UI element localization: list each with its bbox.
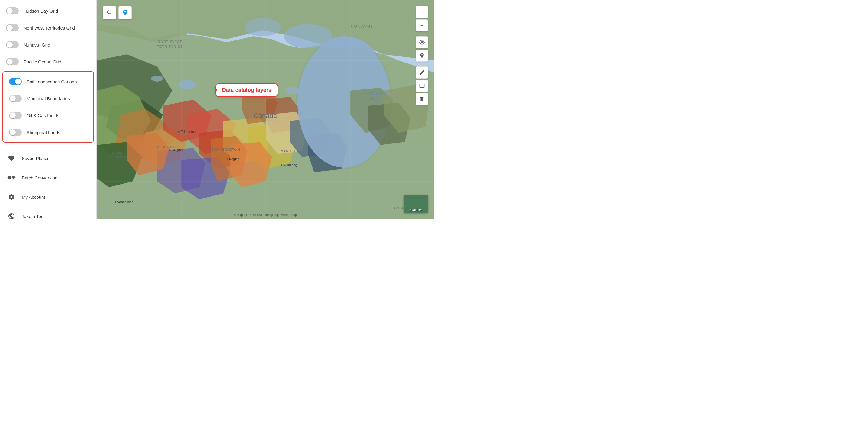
toggle-hudson-bay-grid[interactable]	[6, 7, 19, 14]
toggle-nunavut-grid[interactable]	[6, 41, 19, 48]
waypoint-button[interactable]	[118, 6, 132, 19]
map-attribution: © Mapbox © OpenStreetMap Improve this ma…	[234, 213, 297, 217]
label-nunavut-grid: Nunavut Grid	[24, 42, 50, 48]
globe-icon	[6, 211, 17, 219]
zoom-in-button[interactable]: +	[416, 6, 428, 18]
toggle-knob	[7, 25, 13, 31]
satellite-thumbnail[interactable]: Satellite	[404, 195, 428, 213]
gear-icon	[6, 191, 17, 202]
spacer	[416, 33, 428, 35]
locate-button[interactable]	[416, 36, 428, 48]
sidebar-item-my-account[interactable]: My Account	[0, 187, 96, 207]
svg-point-34	[285, 87, 301, 94]
sidebar: Hudson Bay Grid Northwest Territories Gr…	[0, 0, 97, 219]
toggle-knob	[7, 59, 13, 65]
sidebar-item-oil-gas-fields[interactable]: Oil & Gas Fields	[3, 107, 93, 124]
satellite-inner: Satellite	[404, 195, 428, 213]
toggle-municipal-boundaries[interactable]	[9, 95, 22, 102]
sidebar-item-aboriginal-lands[interactable]: Aboriginal Lands	[3, 124, 93, 141]
grid-items-section: Hudson Bay Grid Northwest Territories Gr…	[0, 2, 96, 70]
toggle-knob	[7, 8, 13, 14]
sidebar-item-municipal-boundaries[interactable]: Municipal Boundaries	[3, 90, 93, 107]
label-batch-conversion: Batch Conversion	[22, 175, 57, 180]
map-right-controls: + −	[416, 6, 428, 105]
sidebar-item-northwest-territories-grid[interactable]: Northwest Territories Grid	[0, 19, 96, 36]
label-pacific-ocean-grid: Pacific Ocean Grid	[24, 59, 61, 64]
label-my-account: My Account	[22, 194, 45, 200]
satellite-label: Satellite	[410, 208, 422, 212]
toggle-soil-landscapes-canada[interactable]	[9, 78, 22, 85]
svg-point-35	[151, 75, 163, 82]
label-saved-places: Saved Places	[22, 156, 50, 161]
spacer2	[416, 63, 428, 65]
data-catalog-annotation: Data catalog layers	[191, 83, 278, 97]
toggle-pacific-ocean-grid[interactable]	[6, 58, 19, 65]
sidebar-item-saved-places[interactable]: Saved Places	[0, 149, 96, 168]
delete-button[interactable]	[416, 93, 428, 105]
sidebar-item-take-a-tour[interactable]: Take a Tour	[0, 207, 96, 219]
label-aboriginal-lands: Aboriginal Lands	[27, 130, 60, 135]
toggle-knob	[10, 129, 16, 135]
rectangle-button[interactable]	[416, 80, 428, 92]
label-municipal-boundaries: Municipal Boundaries	[27, 96, 70, 101]
draw-button[interactable]	[416, 66, 428, 79]
label-northwest-territories-grid: Northwest Territories Grid	[24, 25, 75, 31]
sidebar-item-pacific-ocean-grid[interactable]: Pacific Ocean Grid	[0, 53, 96, 70]
label-take-a-tour: Take a Tour	[22, 214, 45, 219]
toggle-knob	[10, 113, 16, 118]
toggle-knob	[15, 79, 21, 85]
label-soil-landscapes-canada: Soil Landscapes Canada	[27, 79, 77, 84]
label-oil-gas-fields: Oil & Gas Fields	[27, 113, 59, 118]
infinity-icon	[6, 172, 17, 183]
sidebar-item-soil-landscapes-canada[interactable]: Soil Landscapes Canada	[3, 73, 93, 90]
svg-point-31	[284, 24, 332, 48]
toggle-aboriginal-lands[interactable]	[9, 129, 22, 136]
svg-rect-42	[420, 84, 424, 88]
annotation-arrow	[191, 90, 215, 90]
sidebar-item-batch-conversion[interactable]: Batch Conversion	[0, 168, 96, 187]
svg-point-32	[245, 18, 281, 36]
toggle-knob	[10, 95, 16, 101]
map-top-controls	[103, 6, 132, 19]
pin-button[interactable]	[416, 50, 428, 62]
heart-icon	[6, 153, 17, 164]
toggle-northwest-territories-grid[interactable]	[6, 24, 19, 31]
search-button[interactable]	[103, 6, 116, 19]
annotation-label: Data catalog layers	[215, 83, 278, 97]
zoom-out-button[interactable]: −	[416, 19, 428, 31]
sidebar-item-nunavut-grid[interactable]: Nunavut Grid	[0, 36, 96, 53]
toggle-knob	[7, 42, 13, 48]
label-hudson-bay-grid: Hudson Bay Grid	[24, 8, 58, 13]
menu-section: Saved Places Batch Conversion My Account	[0, 149, 96, 219]
map-container[interactable]: NUNAVUT NORTHWESTTERRITORIES Canada BRIT…	[97, 0, 434, 219]
sidebar-item-hudson-bay-grid[interactable]: Hudson Bay Grid	[0, 2, 96, 19]
map-background	[97, 0, 434, 219]
toggle-oil-gas-fields[interactable]	[9, 112, 22, 119]
catalog-section: Soil Landscapes Canada Municipal Boundar…	[2, 71, 94, 143]
